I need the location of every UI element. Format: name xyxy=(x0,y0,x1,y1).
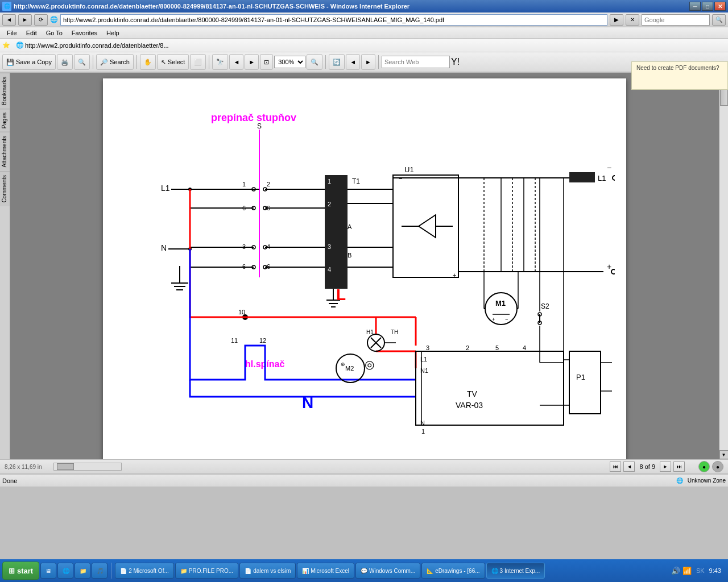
zoom-in-button[interactable]: 🔍 xyxy=(74,54,90,70)
zoom-select[interactable]: 50% 75% 100% 150% 200% 300% 400% xyxy=(274,56,305,68)
save-icon: 💾 xyxy=(6,59,14,66)
scroll-down-arrow[interactable]: ▼ xyxy=(719,450,729,459)
search-web-input[interactable] xyxy=(382,56,450,68)
cursor-icon: ↖ xyxy=(161,59,166,66)
pdf-page: prepínač stupňov L1 N S xyxy=(103,78,626,459)
media-quick-launch[interactable]: 🎵 xyxy=(92,563,107,579)
menu-file[interactable]: File xyxy=(2,28,22,38)
taskbar: ⊞ start 🖥 🌐 📁 🎵 📄 2 Microsoft Of... 📁 PR… xyxy=(0,559,728,582)
select-label: Select xyxy=(168,59,185,65)
save-label: Save a Copy xyxy=(16,59,52,65)
sidebar-tab-comments[interactable]: Comments xyxy=(0,171,10,206)
start-label: start xyxy=(17,567,33,575)
excel-label: Microsoft Excel xyxy=(311,568,349,574)
separator-2 xyxy=(136,55,137,69)
svg-text:TH: TH xyxy=(391,329,398,335)
ie-helper-panel[interactable]: Need to create PDF documents? xyxy=(631,61,728,90)
back-button[interactable]: ◄ xyxy=(2,14,16,26)
pdf-nav-bar: 8,26 x 11,69 in ⏮ ◄ 8 of 9 ► ⏭ ● ● xyxy=(0,459,728,474)
svg-text:N: N xyxy=(161,243,167,252)
refresh-button[interactable]: ⟳ xyxy=(34,14,48,26)
current-page: 8 xyxy=(639,463,643,470)
sidebar-tab-bookmarks[interactable]: Bookmarks xyxy=(0,73,10,109)
menu-edit[interactable]: Edit xyxy=(22,28,42,38)
restore-button[interactable]: □ xyxy=(702,2,713,11)
search-input[interactable] xyxy=(642,14,710,26)
clock: 9:43 xyxy=(709,567,721,574)
taskbar-windows-comm[interactable]: 💬 Windows Comm... xyxy=(355,563,420,579)
svg-text:A: A xyxy=(348,223,352,230)
folder-quick-launch[interactable]: 📁 xyxy=(75,563,90,579)
dalem-icon: 📄 xyxy=(245,568,251,574)
last-page-button[interactable]: ⏭ xyxy=(673,462,685,472)
prev-page-button[interactable]: ◄ xyxy=(623,462,635,472)
excel-icon: 📊 xyxy=(302,568,309,574)
taskbar-ie[interactable]: 🌐 3 Internet Exp... xyxy=(486,563,545,579)
go-button[interactable]: ▶ xyxy=(610,14,623,26)
taskbar-profile-pro[interactable]: 📁 PRO.FILE PRO... xyxy=(175,563,238,579)
next-page-button[interactable]: ► xyxy=(660,462,671,472)
first-page-button[interactable]: ⏮ xyxy=(610,462,621,472)
internet-icon: 🌐 xyxy=(676,477,683,484)
menu-help[interactable]: Help xyxy=(102,28,124,38)
navigate-button-2[interactable]: ● xyxy=(712,461,723,472)
annotation-prepinas: prepínač stupňov xyxy=(211,112,296,123)
zoom-next-btn[interactable]: ► xyxy=(245,54,259,70)
office-label: 2 Microsoft Of... xyxy=(129,568,169,574)
save-copy-button[interactable]: 💾 Save a Copy xyxy=(2,54,56,70)
prev-view-btn[interactable]: ◄ xyxy=(346,54,360,70)
zoom-icon: 🔍 xyxy=(78,59,86,66)
svg-text:M2: M2 xyxy=(345,365,354,372)
sidebar-tab-attachments[interactable]: Attachments xyxy=(0,132,10,171)
taskbar-excel[interactable]: 📊 Microsoft Excel xyxy=(297,563,354,579)
page-indicator: 8 of 9 xyxy=(637,463,657,470)
window-title: http://www2.produktinfo.conrad.de/datenb… xyxy=(14,3,410,10)
menu-favorites[interactable]: Favorites xyxy=(67,28,102,38)
svg-text:12: 12 xyxy=(259,337,266,344)
zoom-in-btn[interactable]: 🔍 xyxy=(307,54,322,70)
next-view-btn[interactable]: ► xyxy=(361,54,375,70)
marquee-icon: ⬜ xyxy=(194,59,202,66)
yahoo-icon: Y! xyxy=(451,57,460,67)
show-desktop-button[interactable]: 🖥 xyxy=(40,563,56,579)
draw-icon: 📐 xyxy=(427,568,433,574)
menu-goto[interactable]: Go To xyxy=(42,28,67,38)
svg-text:3: 3 xyxy=(426,344,429,351)
taskbar-microsoft-office[interactable]: 📄 2 Microsoft Of... xyxy=(115,563,174,579)
separator-3 xyxy=(209,55,209,69)
svg-text:◎: ◎ xyxy=(365,358,374,371)
start-button[interactable]: ⊞ start xyxy=(2,562,39,580)
svg-text:−: − xyxy=(607,163,611,172)
zoom-prev-btn[interactable]: ◄ xyxy=(229,54,243,70)
fit-page-btn[interactable]: ⊡ xyxy=(260,54,273,70)
circuit-diagram: prepínač stupňov L1 N S xyxy=(114,90,615,454)
navigate-button-1[interactable]: ● xyxy=(698,461,710,472)
svg-text:4: 4 xyxy=(523,344,526,351)
sidebar-tab-pages[interactable]: Pages xyxy=(0,109,10,132)
sys-tray-icons: 🔊 📶 xyxy=(671,567,692,575)
stop-button[interactable]: ✕ xyxy=(626,14,639,26)
svg-text:1: 1 xyxy=(328,178,331,185)
unknown-zone: Unknown Zone xyxy=(688,477,726,484)
favorites-bar: ⭐ 🌐 http://www2.produktinfo.conrad.de/da… xyxy=(0,39,728,52)
minimize-button[interactable]: ─ xyxy=(689,2,701,11)
select-button[interactable]: ↖ Select xyxy=(157,54,189,70)
address-input[interactable] xyxy=(60,14,607,26)
taskbar-dalem[interactable]: 📄 dalem vs elsim xyxy=(239,563,296,579)
search-go-button[interactable]: 🔍 xyxy=(712,14,726,26)
print-button[interactable]: 🖨️ xyxy=(57,54,73,70)
svg-rect-63 xyxy=(569,172,595,182)
profile-label: PRO.FILE PRO... xyxy=(189,568,233,574)
ie-quick-launch[interactable]: 🌐 xyxy=(57,563,73,579)
search-button[interactable]: 🔎 Search xyxy=(96,54,134,70)
marquee-zoom-button[interactable]: ⬜ xyxy=(190,54,206,70)
svg-text:5: 5 xyxy=(495,344,499,351)
hand-tool-button[interactable]: ✋ xyxy=(140,54,156,70)
forward-button[interactable]: ► xyxy=(18,14,32,26)
zoom-out-btn[interactable]: 🔭 xyxy=(212,54,228,70)
rotate-btn[interactable]: 🔄 xyxy=(329,54,345,70)
svg-text:11: 11 xyxy=(231,337,238,344)
favorite-item[interactable]: 🌐 http://www2.produktinfo.conrad.de/date… xyxy=(13,40,172,50)
taskbar-edrawings[interactable]: 📐 eDrawings - [66... xyxy=(421,563,485,579)
close-button[interactable]: ✕ xyxy=(714,2,726,11)
